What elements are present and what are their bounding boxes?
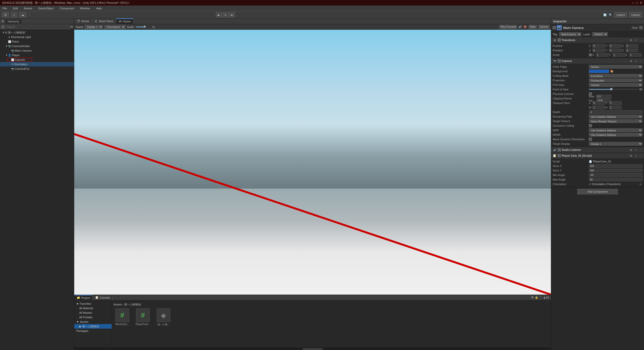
close-btn[interactable]: ✕ [640, 1, 642, 5]
assets-item[interactable]: ▼ Assets [74, 320, 112, 324]
all-prefabs-item[interactable]: All Prefabs [74, 315, 112, 320]
occlusion-culling-cb[interactable] [589, 124, 592, 127]
menu-component[interactable]: Component [59, 6, 75, 10]
audio-link-icon[interactable]: ↗ [634, 148, 638, 152]
fov-slider-thumb[interactable] [610, 88, 613, 90]
audio-listener-header[interactable]: 🔊 Audio Listener ⚙ ↗ ⋮ [551, 147, 644, 153]
tree-item-maincam[interactable]: 📷 Main Camera [0, 48, 74, 53]
audio-enable-cb[interactable] [558, 148, 561, 151]
all-models-item[interactable]: All Models [74, 310, 112, 315]
sc-y-input[interactable] [613, 53, 625, 57]
camera-menu-icon[interactable]: ⋮ [638, 59, 642, 63]
all-material-item[interactable]: All Material [74, 306, 112, 310]
hdr-dropdown[interactable]: Use Graphics Settings [589, 128, 642, 132]
vp-y-input[interactable] [609, 101, 622, 105]
pos-z-input[interactable] [626, 44, 638, 48]
audio-settings-icon[interactable]: ⚙ [629, 148, 633, 152]
tag-dropdown[interactable]: MainCamera [559, 32, 581, 36]
transform-menu-icon[interactable]: ⋮ [638, 38, 642, 42]
display-dropdown[interactable]: Display 1 [85, 25, 103, 29]
object-enable-checkbox[interactable] [553, 26, 556, 29]
camera-header[interactable]: 📷 Camera ⚙ ↗ ⋮ [551, 58, 644, 64]
asset-store-tab[interactable]: 🛒 Asset Store [92, 18, 116, 24]
gizmos-btn[interactable]: Gizmos [538, 25, 549, 29]
menu-window[interactable]: Window [79, 6, 91, 10]
scroll-thumb[interactable] [303, 348, 323, 349]
tree-item-plane[interactable]: ⬜ Plane [0, 39, 74, 44]
game-tab[interactable]: 🎮 Game [116, 18, 133, 24]
asset-item-2[interactable]: ◈ 第一人称... [155, 308, 172, 326]
sc-x-input[interactable] [596, 53, 609, 57]
max-angle-input[interactable] [589, 178, 642, 181]
toolbar-btn-1[interactable]: ☰ [2, 12, 9, 17]
fov-axis-dropdown[interactable]: Vertical [589, 83, 642, 87]
menu-help[interactable]: Help [95, 6, 103, 10]
vp-x-input[interactable] [592, 101, 605, 105]
first-person-item[interactable]: ▶ 第一人称移动 [74, 324, 112, 329]
step-button[interactable]: ⏭ [229, 12, 235, 17]
rendering-path-dropdown[interactable]: Use Graphics Settings [589, 115, 642, 118]
allow-dyn-res-cb[interactable] [589, 138, 592, 141]
favorites-item[interactable]: ★ Favorites [74, 301, 112, 306]
asset-item-1[interactable]: # PlayerCam... [134, 308, 152, 326]
fov-slider[interactable] [589, 89, 638, 90]
msaa-dropdown[interactable]: Use Graphics Settings [589, 133, 642, 136]
projection-dropdown[interactable]: Perspective [589, 79, 642, 82]
rot-y-input[interactable] [609, 49, 622, 52]
script-menu-icon[interactable]: ⋮ [638, 154, 642, 158]
object-name[interactable]: Main Camera [563, 26, 630, 30]
pos-y-input[interactable] [609, 44, 622, 48]
tree-item-camerapos[interactable]: 📷 CameraPos [0, 66, 74, 71]
hierarchy-add-btn[interactable]: + [1, 25, 5, 29]
camera-settings-icon[interactable]: ⚙ [629, 59, 633, 63]
tree-item-player[interactable]: ▼ 👤 Player [0, 53, 74, 57]
min-angle-input[interactable] [589, 173, 642, 177]
target-display-dropdown[interactable]: Display 1 [589, 142, 642, 146]
camera-enable-cb[interactable] [558, 59, 561, 62]
tree-item-capsule[interactable]: ⬜ Capsule [0, 57, 74, 62]
play-focused-btn[interactable]: Play Focused [499, 25, 517, 29]
depth-input[interactable] [589, 110, 642, 114]
camera-link-icon[interactable]: ↗ [634, 59, 638, 63]
tree-item-root[interactable]: ▼ ☰ 第一人称移动* [0, 30, 74, 35]
pos-x-input[interactable] [592, 44, 605, 48]
minimize-btn[interactable]: ─ [632, 1, 634, 5]
bg-picker-icon[interactable]: 🎨 [610, 69, 614, 73]
asset-item-0[interactable]: # MoveCam... [113, 308, 131, 326]
stats-btn[interactable]: Stats [529, 25, 537, 29]
sc-z-input[interactable] [629, 53, 642, 57]
scale-slider[interactable] [136, 26, 151, 27]
tree-item-dirlight[interactable]: ☀ Directional Light [0, 35, 74, 39]
hierarchy-tab[interactable]: Hierarchy [6, 19, 21, 23]
tree-item-camholder[interactable]: ▼ 📷 CameraHolder [0, 44, 74, 48]
audio-menu-icon[interactable]: ⋮ [638, 148, 642, 152]
rot-x-input[interactable] [592, 49, 605, 52]
maximize-btn[interactable]: □ [636, 1, 638, 5]
script-enable-cb[interactable] [558, 154, 561, 157]
cloud-btn[interactable]: ☁ [19, 12, 26, 17]
sens-x-input[interactable] [589, 164, 642, 168]
pause-button[interactable]: ⏸ [222, 12, 228, 17]
add-component-button[interactable]: Add Component [577, 189, 618, 194]
scale-thumb[interactable] [144, 26, 146, 28]
sens-y-input[interactable] [589, 169, 642, 172]
near-input[interactable] [596, 95, 611, 98]
orient-pick-icon[interactable]: ⊙ [638, 182, 642, 186]
console-tab[interactable]: 📋 Console [93, 295, 112, 300]
transform-header[interactable]: ⊞ Transform ⚙ ↗ ⋮ [551, 37, 644, 43]
aspect-dropdown[interactable]: Free Aspect [104, 25, 126, 29]
layer-dropdown[interactable]: Default [592, 32, 608, 36]
menu-gameobject[interactable]: GameObject [37, 6, 55, 10]
layout-dropdown[interactable]: Layout [629, 12, 642, 17]
background-color-swatch[interactable] [589, 69, 609, 73]
clear-flags-dropdown[interactable]: Skybox [589, 65, 642, 68]
transform-link-icon[interactable]: ↗ [634, 38, 638, 42]
scale-link-icon[interactable]: ⛓ [589, 53, 592, 56]
vp-h-input[interactable] [609, 106, 622, 109]
menu-edit[interactable]: Edit [12, 6, 19, 10]
project-tab[interactable]: 📁 Project [74, 295, 93, 300]
toolbar-btn-2[interactable]: + [11, 12, 17, 17]
play-button[interactable]: ▶ [216, 12, 222, 17]
scene-tab[interactable]: 🎬 Scene [74, 18, 92, 24]
rot-z-input[interactable] [626, 49, 638, 52]
